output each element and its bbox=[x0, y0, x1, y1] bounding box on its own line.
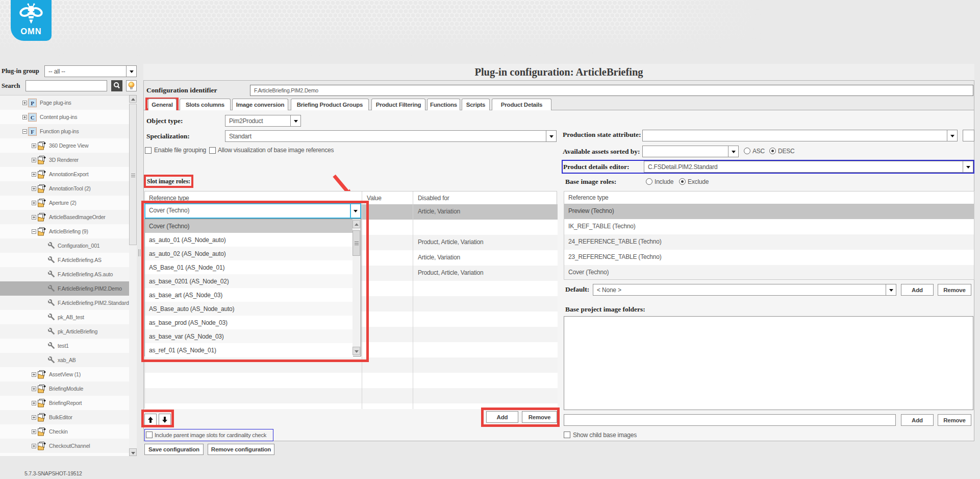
svg-text:F: F bbox=[31, 128, 34, 134]
svg-text:OMN: OMN bbox=[20, 27, 42, 36]
svg-text:C: C bbox=[31, 114, 35, 120]
svg-text:P: P bbox=[31, 100, 34, 106]
